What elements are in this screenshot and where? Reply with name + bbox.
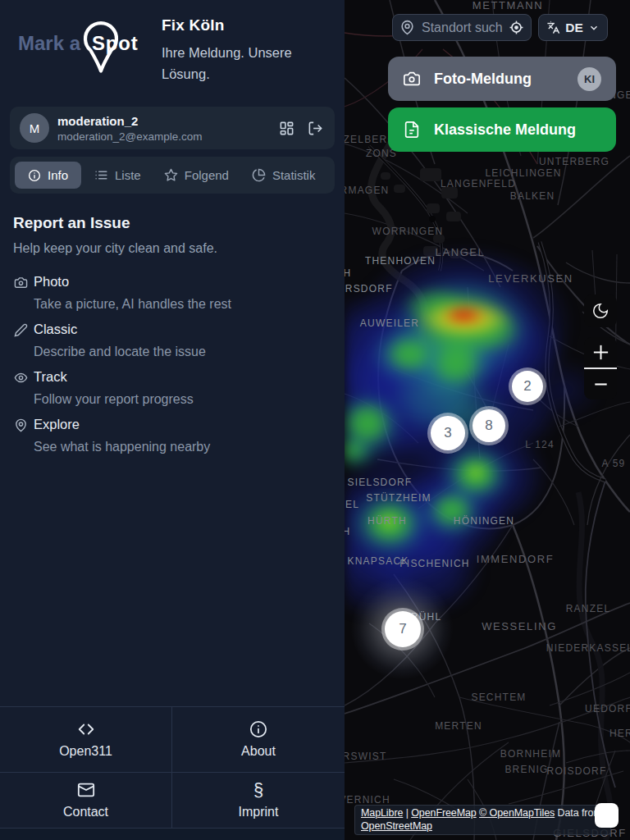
- svg-text:Spot: Spot: [92, 32, 139, 54]
- svg-text:Mark a: Mark a: [18, 32, 81, 54]
